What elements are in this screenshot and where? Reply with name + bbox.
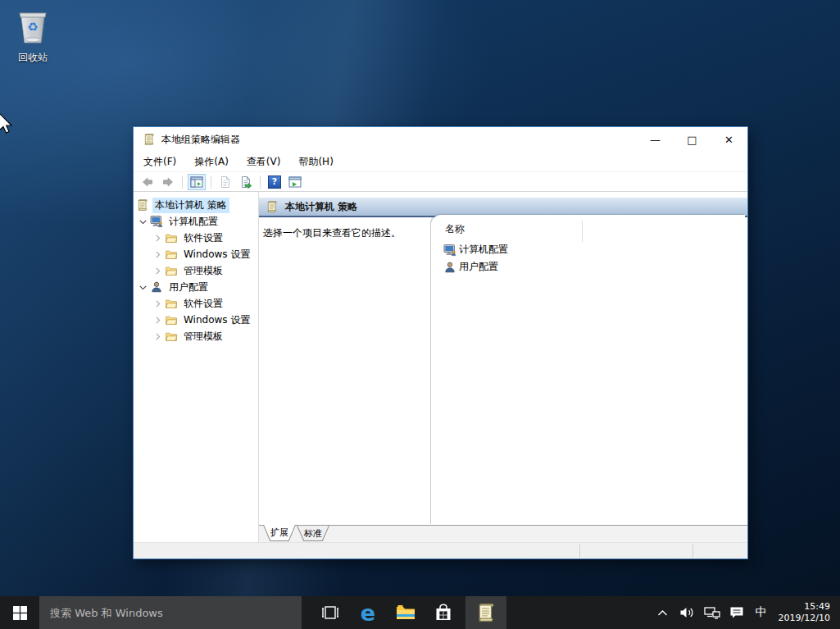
menu-file[interactable]: 文件(F) [143, 155, 176, 169]
show-console-tree-button[interactable] [188, 174, 206, 190]
start-button[interactable] [0, 596, 39, 629]
search-input[interactable] [39, 596, 302, 629]
results-pane: 本地计算机 策略 选择一个项目来查看它的描述。 名称 计算机配置 用户配置 [259, 192, 747, 542]
window-content: 本地计算机 策略 计算机配置 软件设置 Windows 设置 [134, 192, 747, 542]
tree-item-admin-templates-computer[interactable]: 管理模板 [134, 262, 258, 279]
list-item-user-configuration[interactable]: 用户配置 [431, 258, 745, 276]
tree-item-software-settings-computer[interactable]: 软件设置 [134, 230, 258, 246]
toolbar: ? [134, 172, 747, 192]
toolbar-separator [260, 175, 261, 189]
task-view-button[interactable] [311, 596, 349, 629]
file-explorer-icon [396, 604, 415, 621]
status-separator [579, 545, 580, 558]
toolbar-separator [182, 175, 183, 189]
folder-icon [165, 330, 178, 343]
results-pane-title: 本地计算机 策略 [285, 200, 357, 214]
chevron-down-icon [138, 217, 148, 227]
store-button[interactable] [425, 596, 462, 629]
tab-standard[interactable]: 标准 [297, 526, 329, 541]
chevron-right-icon [152, 331, 163, 342]
folder-icon [165, 313, 178, 326]
help-button[interactable]: ? [266, 174, 284, 190]
minimize-button[interactable]: — [637, 127, 674, 152]
user-icon [150, 280, 163, 294]
chevron-up-icon [657, 609, 668, 617]
chevron-right-icon [152, 266, 163, 276]
clock-time: 15:49 [779, 601, 830, 613]
tree-item-local-computer-policy[interactable]: 本地计算机 策略 [134, 197, 258, 213]
close-button[interactable]: ✕ [711, 127, 747, 152]
action-center-button[interactable] [726, 596, 747, 629]
recycle-bin[interactable]: ♻ 回收站 [7, 7, 59, 65]
title-bar[interactable]: 本地组策略编辑器 — □ ✕ [134, 127, 747, 152]
recycle-bin-label: 回收站 [7, 51, 59, 65]
forward-arrow-icon [161, 175, 175, 189]
scroll-icon [136, 198, 149, 212]
windows-logo-icon [13, 606, 27, 620]
user-icon [443, 261, 456, 274]
action-pane-icon [288, 175, 302, 189]
status-bar [134, 542, 747, 558]
folder-icon [165, 297, 178, 310]
volume-icon [679, 606, 695, 619]
items-list-panel: 名称 计算机配置 用户配置 [431, 215, 745, 525]
tree-item-software-settings-user[interactable]: 软件设置 [134, 295, 258, 312]
menu-view[interactable]: 查看(V) [247, 155, 281, 169]
back-arrow-icon [141, 175, 154, 189]
tab-extended[interactable]: 扩展 [263, 525, 296, 541]
window-title: 本地组策略编辑器 [161, 133, 240, 147]
svg-text:♻: ♻ [27, 20, 38, 34]
folder-icon [165, 264, 178, 277]
export-list-button[interactable] [237, 174, 255, 190]
ime-indicator[interactable]: 中 [751, 605, 772, 620]
back-button[interactable] [138, 174, 157, 190]
folder-icon [165, 231, 178, 244]
view-tabs: 扩展 标准 [259, 525, 747, 542]
console-tree: 本地计算机 策略 计算机配置 软件设置 Windows 设置 [134, 192, 259, 542]
action-center-icon [729, 606, 744, 619]
properties-icon [219, 175, 232, 189]
help-icon: ? [268, 175, 281, 189]
tree-item-admin-templates-user[interactable]: 管理模板 [134, 328, 258, 344]
tree-item-windows-settings-user[interactable]: Windows 设置 [134, 312, 258, 328]
network-icon [704, 606, 720, 619]
show-action-pane-button[interactable] [286, 174, 304, 190]
list-item-computer-configuration[interactable]: 计算机配置 [431, 241, 745, 258]
folder-icon [165, 248, 178, 261]
properties-button[interactable] [216, 174, 234, 190]
menu-action[interactable]: 操作(A) [194, 155, 229, 169]
tree-item-user-configuration[interactable]: 用户配置 [134, 279, 258, 295]
file-explorer-button[interactable] [387, 596, 425, 629]
clock[interactable]: 15:49 2019/12/10 [775, 601, 837, 625]
chevron-right-icon [152, 233, 163, 244]
column-divider[interactable] [582, 221, 583, 242]
recycle-bin-icon: ♻ [15, 7, 51, 46]
gpedit-taskbar-button[interactable] [465, 596, 506, 629]
clock-date: 2019/12/10 [779, 613, 830, 624]
chevron-down-icon [138, 282, 148, 293]
name-column-header[interactable]: 名称 [431, 215, 745, 241]
edge-icon: e [361, 602, 375, 624]
scroll-icon [266, 200, 279, 213]
desktop: ♻ 回收站 本地组策略编辑器 — □ ✕ 文件(F) 操作(A) 查看(V) 帮… [0, 0, 840, 629]
selection-description: 选择一个项目来查看它的描述。 [263, 226, 401, 240]
gpedit-window-icon [143, 133, 156, 146]
edge-button[interactable]: e [349, 596, 387, 629]
menu-bar: 文件(F) 操作(A) 查看(V) 帮助(H) [134, 152, 747, 172]
mouse-cursor [0, 112, 14, 135]
menu-help[interactable]: 帮助(H) [298, 155, 333, 169]
computer-icon [150, 215, 163, 228]
tree-item-computer-configuration[interactable]: 计算机配置 [134, 213, 258, 230]
maximize-button[interactable]: □ [674, 127, 711, 152]
network-button[interactable] [702, 596, 723, 629]
taskbar: e [0, 596, 840, 629]
store-icon [434, 604, 452, 622]
forward-button[interactable] [159, 174, 177, 190]
task-view-icon [321, 605, 339, 620]
chevron-right-icon [152, 315, 163, 326]
tray-expand-button[interactable] [652, 596, 674, 629]
taskbar-spacer [506, 596, 652, 629]
status-separator [692, 545, 693, 558]
volume-button[interactable] [677, 596, 698, 629]
tree-item-windows-settings-computer[interactable]: Windows 设置 [134, 246, 258, 262]
